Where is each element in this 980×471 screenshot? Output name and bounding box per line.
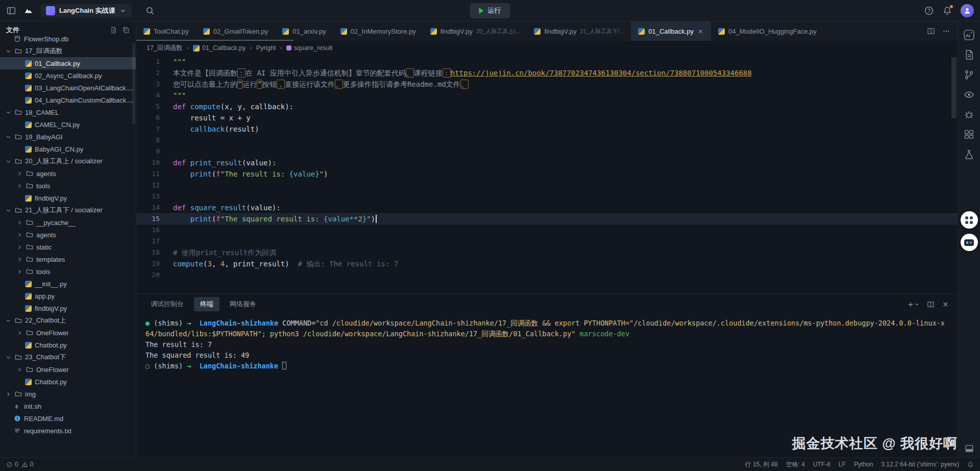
tree-folder-row[interactable]: agents — [0, 229, 136, 241]
code-line[interactable]: 16 — [136, 225, 958, 236]
code-line[interactable]: 19compute(3, 4, print_result) # 输出: The … — [136, 258, 958, 269]
split-editor-icon[interactable] — [927, 27, 935, 35]
workspace-switcher[interactable]: LangChain 实战课 — [41, 4, 132, 17]
code-editor[interactable]: 1"""2本文件是【回调函数：在 AI 应用中引入异步通信机制】章节的配套代码。… — [136, 55, 958, 294]
code-line[interactable]: 13 — [136, 191, 958, 202]
tree-file-row[interactable]: FlowerShop.db — [0, 33, 136, 45]
tree-folder-row[interactable]: 18_CAMEL — [0, 106, 136, 118]
panel-tab-网络服务[interactable]: 网络服务 — [224, 297, 262, 311]
search-icon[interactable] — [145, 6, 155, 16]
code-line[interactable]: 17 — [136, 236, 958, 247]
code-line[interactable]: 8 — [136, 135, 958, 146]
more-actions-icon[interactable] — [942, 27, 950, 35]
sidebar-toggle-icon[interactable] — [6, 6, 16, 16]
tree-file-row[interactable]: Chatbot.py — [0, 376, 136, 388]
code-line[interactable]: 3您可以点击最上方的“运行”按钮，直接运行该文件。更多操作指引请参考Readme… — [136, 79, 958, 90]
grid-icon[interactable] — [964, 129, 974, 140]
editor-tab[interactable]: findbigV.py20_人脉工具上/... — [423, 21, 527, 41]
breadcrumb-item[interactable]: square_result — [286, 44, 333, 52]
tree-folder-row[interactable]: 22_Chatbot上 — [0, 314, 136, 327]
editor-tab[interactable]: 02_InMemoryStore.py — [333, 21, 423, 41]
tree-folder-row[interactable]: 20_人脉工具上 / socializer — [0, 155, 136, 167]
close-panel-icon[interactable] — [942, 301, 949, 308]
code-line[interactable]: 9 — [136, 146, 958, 157]
tree-folder-row[interactable]: __pycache__ — [0, 216, 136, 229]
run-button[interactable]: 运行 — [470, 3, 510, 18]
status-item[interactable]: 空格: 4 — [786, 460, 805, 469]
tree-file-row[interactable]: findbigV.py — [0, 302, 136, 314]
tree-file-row[interactable]: __init__.py — [0, 278, 136, 290]
tree-folder-row[interactable]: agents — [0, 167, 136, 180]
tree-file-row[interactable]: $init.sh — [0, 400, 136, 412]
tree-file-row[interactable]: findbigV.py — [0, 192, 136, 204]
tree-file-row[interactable]: 03_LangChainOpenAICallback.... — [0, 82, 136, 94]
tree-folder-row[interactable]: 23_Chatbot下 — [0, 351, 136, 363]
tree-folder-row[interactable]: templates — [0, 253, 136, 265]
status-item[interactable]: 3.12.2 64-bit ('shims': pyenv) — [881, 461, 959, 468]
code-line[interactable]: 14def square_result(value): — [136, 202, 958, 213]
bug-icon[interactable] — [964, 109, 974, 120]
tabbar-scrollbar[interactable] — [136, 40, 293, 41]
editor-tab[interactable]: 01_arxiv.py — [275, 21, 333, 41]
code-line[interactable]: 7 callback(result) — [136, 123, 958, 135]
tree-file-row[interactable]: 04_LangChainCustomCallback.... — [0, 94, 136, 106]
status-item[interactable]: UTF-8 — [813, 461, 830, 468]
code-line[interactable]: 1""" — [136, 56, 958, 67]
ai-assistant-button[interactable] — [961, 234, 978, 251]
tree-file-row[interactable]: requirements.txt — [0, 425, 136, 437]
eye-icon[interactable] — [964, 89, 974, 100]
tree-folder-row[interactable]: 21_人脉工具下 / socializer — [0, 204, 136, 216]
tree-file-row[interactable]: 01_Callback.py — [0, 57, 136, 69]
code-line[interactable]: 12 — [136, 180, 958, 191]
sidebar-scrollbar[interactable] — [132, 43, 135, 125]
tree-folder-row[interactable]: img — [0, 388, 136, 400]
breadcrumb-item[interactable]: Pyright — [256, 44, 276, 52]
editor-tab[interactable]: 02_GmailToken.py — [196, 21, 276, 41]
tree-folder-row[interactable]: 17_回调函数 — [0, 45, 136, 57]
open-panel-icon[interactable] — [965, 444, 974, 453]
status-item[interactable]: 行 15, 列 48 — [745, 460, 778, 469]
tree-file-row[interactable]: README.md — [0, 412, 136, 425]
editor-tab[interactable]: 04_ModelIO_HuggingFace.py — [711, 21, 824, 41]
code-line[interactable]: 5def compute(x, y, callback): — [136, 101, 958, 112]
code-line[interactable]: 11 print(f"The result is: {value}") — [136, 168, 958, 180]
code-line[interactable]: 4""" — [136, 90, 958, 101]
code-line[interactable]: 2本文件是【回调函数：在 AI 应用中引入异步通信机制】章节的配套代码。课程链接… — [136, 67, 958, 79]
notifications-bell-icon[interactable] — [942, 6, 952, 16]
problems-warnings[interactable]: 0 — [21, 461, 34, 468]
ai-icon[interactable]: AI — [964, 30, 974, 40]
tree-file-row[interactable]: BabyAGI_CN.py — [0, 143, 136, 155]
tree-folder-row[interactable]: tools — [0, 265, 136, 278]
code-line[interactable]: 6 result = x + y — [136, 112, 958, 123]
status-item[interactable]: Python — [854, 461, 873, 468]
tree-file-row[interactable]: app.py — [0, 290, 136, 302]
tree-file-row[interactable]: Chatbot.py — [0, 339, 136, 351]
tree-folder-row[interactable]: static — [0, 241, 136, 253]
tree-file-row[interactable]: CAMEL_CN.py — [0, 118, 136, 131]
code-line[interactable]: 15 print(f"The squared result is: {value… — [136, 213, 958, 225]
status-item[interactable]: LF — [839, 461, 846, 468]
tree-file-row[interactable]: 02_Async_Callback.py — [0, 69, 136, 82]
breadcrumb-item[interactable]: 01_Callback.py — [193, 44, 246, 52]
editor-tab[interactable]: ToolChat.py — [136, 21, 196, 41]
panel-tab-调试控制台[interactable]: 调试控制台 — [144, 297, 190, 311]
user-avatar[interactable] — [961, 4, 974, 17]
editor-tab[interactable]: 01_Callback.py — [631, 21, 711, 41]
editor-tab[interactable]: findbigV.py21_人脉工具下/... — [527, 21, 631, 41]
quick-apps-button[interactable] — [961, 211, 978, 229]
editor-scrollbar[interactable] — [951, 57, 957, 118]
panel-tab-终端[interactable]: 终端 — [194, 297, 219, 311]
report-icon[interactable] — [964, 49, 974, 60]
problems-errors[interactable]: 0 — [6, 461, 18, 468]
git-branch-icon[interactable] — [964, 69, 974, 80]
tree-folder-row[interactable]: OneFlower — [0, 363, 136, 376]
help-icon[interactable]: ? — [924, 6, 934, 16]
close-tab-icon[interactable] — [697, 28, 704, 35]
tree-folder-row[interactable]: 19_BabyAGI — [0, 131, 136, 143]
new-terminal-button[interactable]: + — [908, 300, 920, 309]
breadcrumb-item[interactable]: 17_回调函数 — [146, 44, 183, 53]
code-line[interactable]: 18# 使用print_result作为回调 — [136, 247, 958, 258]
status-bell-icon[interactable] — [967, 461, 974, 468]
code-line[interactable]: 20 — [136, 269, 958, 281]
tree-folder-row[interactable]: OneFlower — [0, 327, 136, 339]
